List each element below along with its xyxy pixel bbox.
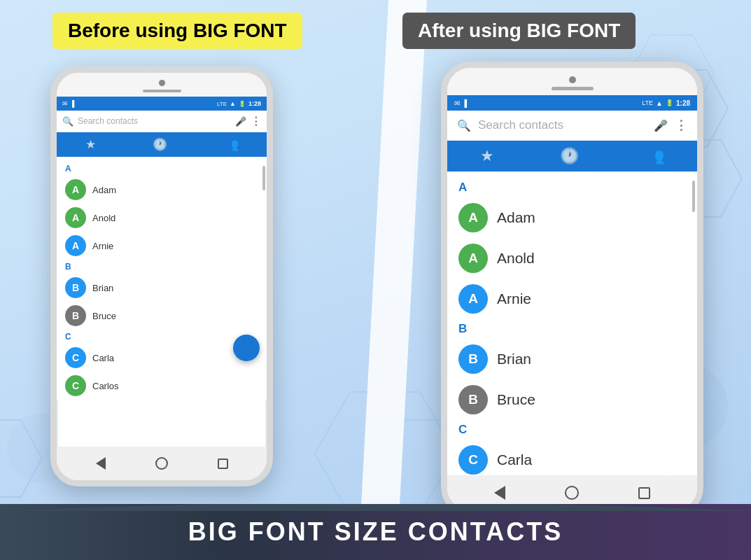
- mic-icon-after[interactable]: 🎤: [654, 119, 668, 132]
- avatar-brian-after: B: [458, 344, 488, 374]
- scrollbar-after[interactable]: [692, 181, 695, 212]
- section-b-after: B B Brian B Bruce: [447, 319, 697, 420]
- avatar-arnie-before: A: [65, 235, 86, 256]
- avatar-bruce-after: B: [458, 385, 488, 414]
- mail-icon-after: ✉: [454, 99, 460, 107]
- name-bruce-after: Bruce: [497, 391, 535, 408]
- status-bar-before: ✉ ▐ LTE ▲ 🔋 1:28: [57, 97, 267, 111]
- fab-before[interactable]: 👤: [233, 335, 260, 361]
- contact-anold-before[interactable]: A Anold: [57, 204, 267, 232]
- banner-text: BIG FONT SIZE CONTACTS: [0, 504, 751, 560]
- contact-arnie-before[interactable]: A Arnie: [57, 232, 267, 260]
- time-before: 1:28: [248, 100, 261, 107]
- section-header-a-after: A: [447, 178, 697, 197]
- search-placeholder-before: Search contacts: [78, 116, 231, 126]
- lte-icon-after: LTE: [642, 99, 653, 106]
- wifi-icon-after: ▲: [656, 99, 663, 107]
- contact-list-after: A A Adam A Anold A Arnie B B Brian B: [447, 174, 697, 517]
- more-icon-after[interactable]: ⋮: [675, 118, 687, 133]
- section-b-before: B B Brian B Bruce: [57, 260, 267, 330]
- label-after: After using BIG FONT: [402, 13, 636, 49]
- status-right: LTE ▲ 🔋 1:28: [217, 100, 261, 107]
- speaker-icon: [143, 90, 181, 92]
- avatar-arnie-after: A: [458, 284, 488, 314]
- battery-icon: 🔋: [239, 101, 246, 107]
- name-brian-before: Brian: [92, 283, 113, 293]
- avatar-carla-after: C: [458, 445, 488, 475]
- back-button-after[interactable]: [494, 486, 505, 500]
- banner-label: BIG FONT SIZE CONTACTS: [188, 517, 563, 547]
- tab-people-after[interactable]: 👥: [645, 147, 664, 165]
- phone-before-bottom: [57, 447, 267, 480]
- signal-icon-after: ▐: [462, 99, 467, 107]
- contact-carlos-before[interactable]: C Carlos: [57, 372, 267, 400]
- contact-carla-after[interactable]: C Carla: [447, 440, 697, 480]
- avatar-anold-before: A: [65, 207, 86, 228]
- name-arnie-after: Arnie: [497, 290, 531, 307]
- name-adam-before: Adam: [92, 185, 116, 195]
- camera-icon: [159, 80, 165, 86]
- home-button[interactable]: [155, 457, 168, 470]
- phone-after-top: [447, 68, 697, 95]
- battery-icon-after: 🔋: [666, 99, 673, 106]
- search-bar-after[interactable]: 🔍 Search contacts 🎤 ⋮: [447, 111, 697, 141]
- mic-icon-before[interactable]: 🎤: [235, 116, 246, 127]
- section-header-b-before: B: [57, 260, 267, 274]
- tab-clock-after[interactable]: 🕐: [560, 147, 579, 165]
- search-bar-before[interactable]: 🔍 Search contacts 🎤 ⋮: [57, 111, 267, 132]
- mail-icon: ✉: [62, 100, 68, 107]
- avatar-adam-after: A: [458, 203, 488, 232]
- phone-after: ✉ ▐ LTE ▲ 🔋 1:28 🔍 Search contacts 🎤 ⋮ ★…: [441, 62, 703, 517]
- contact-list-before: A A Adam A Anold A Arnie B B Brian B: [57, 159, 267, 400]
- scrollbar-before[interactable]: [262, 166, 265, 190]
- section-header-a-before: A: [57, 162, 267, 176]
- avatar-bruce-before: B: [65, 305, 86, 326]
- section-header-c-after: C: [447, 420, 697, 440]
- name-adam-after: Adam: [497, 209, 535, 226]
- name-brian-after: Brian: [497, 351, 531, 368]
- home-button-after[interactable]: [565, 486, 579, 500]
- name-carla-after: Carla: [497, 451, 532, 468]
- name-bruce-before: Bruce: [92, 311, 116, 321]
- lte-icon: LTE: [217, 101, 227, 107]
- status-bar-after: ✉ ▐ LTE ▲ 🔋 1:28: [447, 95, 697, 111]
- name-carla-before: Carla: [92, 353, 114, 363]
- search-icon-before: 🔍: [62, 116, 73, 127]
- tab-people-before[interactable]: 👥: [224, 137, 239, 152]
- speaker-icon-after: [552, 87, 594, 90]
- bottom-banner: BIG FONT SIZE CONTACTS: [0, 504, 751, 560]
- name-arnie-before: Arnie: [92, 241, 113, 251]
- contact-adam-after[interactable]: A Adam: [447, 197, 697, 238]
- wifi-icon: ▲: [230, 100, 236, 107]
- section-header-b-after: B: [447, 319, 697, 339]
- section-a-after: A A Adam A Anold A Arnie: [447, 174, 697, 319]
- search-placeholder-after: Search contacts: [478, 118, 647, 132]
- tab-bar-before: ★ 🕐 👥: [57, 132, 267, 159]
- avatar-anold-after: A: [458, 244, 488, 273]
- contact-bruce-after[interactable]: B Bruce: [447, 379, 697, 420]
- svg-marker-8: [315, 392, 455, 515]
- recents-button-after[interactable]: [638, 487, 650, 499]
- contact-arnie-after[interactable]: A Arnie: [447, 279, 697, 319]
- phone-before: ✉ ▐ LTE ▲ 🔋 1:28 🔍 Search contacts 🎤 ⋮ ★…: [50, 66, 273, 486]
- time-after: 1:28: [676, 99, 690, 107]
- tab-clock-before[interactable]: 🕐: [153, 137, 167, 152]
- contact-brian-after[interactable]: B Brian: [447, 339, 697, 379]
- status-left-after: ✉ ▐: [454, 99, 467, 107]
- contact-brian-before[interactable]: B Brian: [57, 274, 267, 302]
- signal-icon: ▐: [70, 100, 74, 107]
- tab-star-before[interactable]: ★: [85, 137, 96, 152]
- camera-icon-after: [569, 76, 576, 83]
- avatar-adam-before: A: [65, 179, 86, 200]
- back-button[interactable]: [96, 457, 106, 470]
- status-right-after: LTE ▲ 🔋 1:28: [642, 99, 690, 107]
- contact-anold-after[interactable]: A Anold: [447, 238, 697, 279]
- contact-adam-before[interactable]: A Adam: [57, 176, 267, 204]
- name-anold-before: Anold: [92, 213, 115, 223]
- contact-bruce-before[interactable]: B Bruce: [57, 302, 267, 330]
- avatar-carlos-before: C: [65, 375, 86, 396]
- tab-star-after[interactable]: ★: [480, 147, 494, 165]
- recents-button[interactable]: [218, 458, 228, 469]
- add-contact-icon: 👤: [237, 339, 256, 357]
- more-icon-before[interactable]: ⋮: [251, 115, 261, 127]
